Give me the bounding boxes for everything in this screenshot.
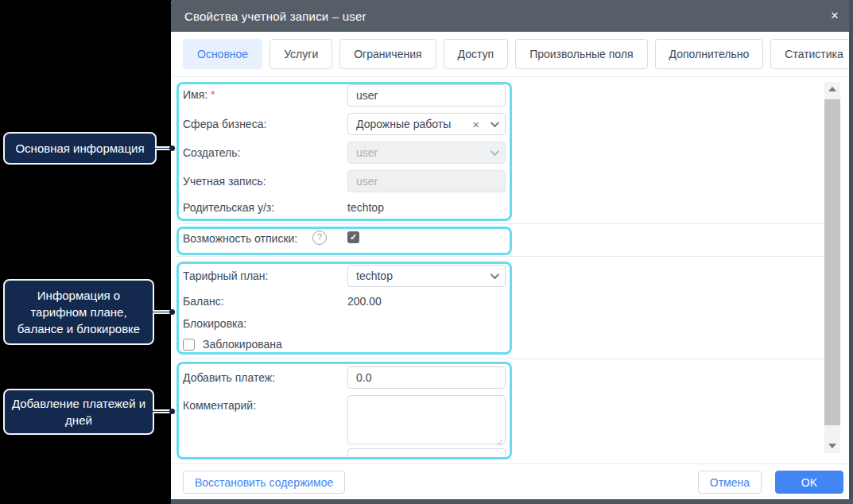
name-input[interactable] xyxy=(347,84,506,107)
tab-services[interactable]: Услуги xyxy=(269,39,332,69)
unsubscribe-label: Возможность отписки: xyxy=(183,232,297,245)
business-label: Сфера бизнеса: xyxy=(183,118,266,130)
close-icon[interactable]: × xyxy=(831,8,839,24)
callout-main-info: Основная информация xyxy=(3,132,157,165)
vertical-scrollbar[interactable] xyxy=(824,82,840,453)
arrow-up-icon xyxy=(828,87,836,91)
tariff-value: techtop xyxy=(356,269,486,282)
tab-additional[interactable]: Дополнительно xyxy=(655,39,764,69)
form-content: Имя: * Сфера бизнеса: Дорожные работы × … xyxy=(171,78,853,459)
comment-textarea[interactable] xyxy=(347,395,506,444)
ok-button[interactable]: OK xyxy=(775,471,843,494)
dialog-footer: Восстановить содержимое Отмена OK xyxy=(171,463,853,499)
tab-main[interactable]: Основное xyxy=(183,39,262,69)
tab-bar: Основное Услуги Ограничения Доступ Произ… xyxy=(171,32,853,77)
cancel-button[interactable]: Отмена xyxy=(698,471,762,494)
parent-value: techtop xyxy=(347,201,384,214)
help-icon[interactable]: ? xyxy=(312,231,327,245)
scroll-down-button[interactable] xyxy=(824,439,840,453)
dialog-titlebar: Свойства учетной записи – user xyxy=(171,0,853,32)
dialog-title: Свойства учетной записи – user xyxy=(184,10,366,23)
parent-label: Родительская у/з: xyxy=(183,201,274,214)
restore-content-button[interactable]: Восстановить содержимое xyxy=(183,471,345,494)
name-label: Имя: * xyxy=(183,88,215,101)
account-label: Учетная запись: xyxy=(183,175,266,188)
payment-input[interactable] xyxy=(347,366,506,389)
modal-right-edge xyxy=(849,0,853,504)
tariff-select[interactable]: techtop xyxy=(347,265,506,287)
tariff-label: Тарифный план: xyxy=(183,269,269,282)
tab-custom-fields[interactable]: Произвольные поля xyxy=(515,39,647,69)
block-label: Блокировка: xyxy=(183,317,246,330)
payment-label: Добавить платеж: xyxy=(183,371,275,384)
required-asterisk: * xyxy=(211,88,215,101)
callout-connector-dot xyxy=(169,145,175,151)
clear-icon[interactable]: × xyxy=(472,118,479,131)
balance-label: Баланс: xyxy=(183,295,224,308)
section-divider xyxy=(176,223,824,224)
creator-label: Создатель: xyxy=(183,146,240,159)
unsubscribe-checkbox[interactable]: ✓ xyxy=(347,231,359,243)
business-select[interactable]: Дорожные работы × xyxy=(347,113,506,135)
tab-restrictions[interactable]: Ограничения xyxy=(339,39,436,69)
chevron-down-icon xyxy=(490,147,499,156)
account-properties-dialog: Свойства учетной записи – user × Основно… xyxy=(171,0,853,504)
callout-connector-dot xyxy=(169,309,175,315)
section-divider xyxy=(176,256,824,257)
arrow-down-icon xyxy=(828,444,836,448)
callout-connector-dot xyxy=(169,409,175,414)
balance-value: 200.00 xyxy=(347,295,382,308)
tab-access[interactable]: Доступ xyxy=(444,39,509,69)
modal-bottom-edge xyxy=(171,499,853,504)
business-value: Дорожные работы xyxy=(356,118,472,130)
tab-statistics[interactable]: Статистика xyxy=(770,39,853,69)
blocked-checkbox-label: Заблокирована xyxy=(203,338,282,351)
scroll-up-button[interactable] xyxy=(824,82,840,96)
scrollbar-thumb[interactable] xyxy=(824,99,840,425)
chevron-down-icon[interactable] xyxy=(490,118,499,127)
creator-value: user xyxy=(356,146,486,159)
section-divider xyxy=(176,359,824,359)
creator-select: user xyxy=(347,142,506,164)
comment-label: Комментарий: xyxy=(183,399,256,412)
blocked-checkbox[interactable] xyxy=(183,339,195,351)
account-input xyxy=(347,170,506,192)
callout-tariff-info: Информация о тарифном плане, балансе и б… xyxy=(3,279,154,345)
chevron-down-icon[interactable] xyxy=(490,270,499,279)
partial-input[interactable] xyxy=(347,448,506,459)
callout-payment-info: Добавление платежей и дней xyxy=(3,389,154,435)
